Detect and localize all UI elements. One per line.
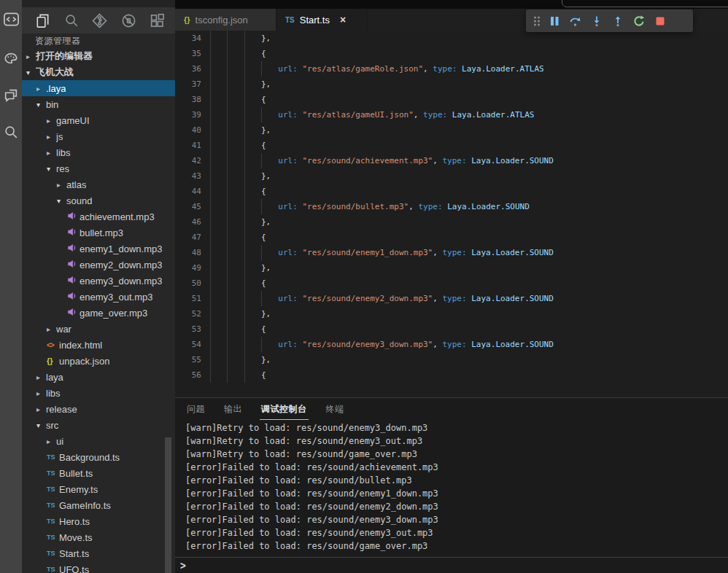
chevron-right-icon[interactable]: ▸ <box>36 85 46 93</box>
tab-start-ts[interactable]: TS Start.ts × <box>276 9 368 31</box>
tree-item-label: bin <box>46 99 58 110</box>
code-line-38: 38{ <box>175 92 728 107</box>
chevron-right-icon[interactable]: ▸ <box>57 181 66 189</box>
chevron-right-icon[interactable]: ▸ <box>47 149 56 157</box>
tree-item-libs[interactable]: ▸libs <box>22 385 175 401</box>
tree-item-label: release <box>46 404 77 415</box>
chevron-right-icon[interactable]: ▸ <box>36 389 46 397</box>
chevron-right-icon[interactable]: ▸ <box>26 52 36 61</box>
tree-item-label: Move.ts <box>59 532 93 543</box>
debug-disabled-icon[interactable] <box>119 11 138 30</box>
line-number: 41 <box>175 141 210 150</box>
editor-area: {} tsconfig.json TS Start.ts × 34},35{36… <box>175 0 728 573</box>
chevron-right-icon[interactable]: ▸ <box>36 373 46 381</box>
tree-item-bin[interactable]: ▾bin <box>22 96 175 112</box>
tree-item-atlas[interactable]: ▸atlas <box>22 176 175 192</box>
chevron-right-icon[interactable]: ▸ <box>47 133 56 141</box>
step-over-button[interactable] <box>565 12 586 31</box>
step-out-button[interactable] <box>607 12 628 31</box>
chat-icon[interactable] <box>2 86 20 104</box>
tree-item-飞机大战[interactable]: ▾飞机大战 <box>22 64 175 80</box>
tree-item-laya[interactable]: ▸laya <box>22 369 175 385</box>
chevron-right-icon[interactable]: ▸ <box>47 117 56 125</box>
drag-handle[interactable] <box>530 12 543 31</box>
code-editor[interactable]: 34},35{36url: "res/atlas/gameRole.json",… <box>175 31 728 397</box>
tree-item-unpack.json[interactable]: {}unpack.json <box>22 353 175 369</box>
restart-button[interactable] <box>628 12 649 31</box>
panel-tab-输出[interactable]: 输出 <box>222 399 244 419</box>
source-control-icon[interactable] <box>90 11 109 30</box>
panel-tab-问题[interactable]: 问题 <box>185 399 206 419</box>
tree-item-Start.ts[interactable]: TSStart.ts <box>22 545 175 561</box>
sidebar-scrollbar[interactable] <box>165 437 171 573</box>
line-number: 44 <box>175 187 210 196</box>
typescript-file-icon: TS <box>47 534 59 541</box>
chevron-right-icon[interactable]: ▸ <box>47 325 56 333</box>
tree-item-打开的编辑器[interactable]: ▸打开的编辑器 <box>22 48 175 64</box>
pause-button[interactable] <box>543 12 565 31</box>
tree-item-release[interactable]: ▸release <box>22 401 175 417</box>
tree-item-Bullet.ts[interactable]: TSBullet.ts <box>22 465 175 481</box>
tree-item-enemy3_down.mp3[interactable]: enemy3_down.mp3 <box>22 273 175 289</box>
tree-item-war[interactable]: ▸war <box>22 321 175 337</box>
tree-item-src[interactable]: ▾src <box>22 417 175 433</box>
line-number: 42 <box>175 156 210 165</box>
sound-file-icon <box>67 291 80 303</box>
sound-file-icon <box>67 307 80 319</box>
panel-tab-调试控制台[interactable]: 调试控制台 <box>260 399 309 420</box>
search-icon[interactable] <box>2 123 20 141</box>
console-line: [error]Failed to load: res/sound/bullet.… <box>185 474 728 487</box>
tree-item-label: Hero.ts <box>59 516 90 527</box>
tree-item-Background.ts[interactable]: TSBackground.ts <box>22 449 175 465</box>
tree-item-ui[interactable]: ▸ui <box>22 433 175 449</box>
console-line: [warn]Retry to load: res/sound/enemy3_do… <box>185 421 728 434</box>
chevron-down-icon[interactable]: ▾ <box>57 197 66 205</box>
explorer-icon[interactable] <box>33 11 52 30</box>
tree-item-index.html[interactable]: <>index.html <box>22 337 175 353</box>
panel-tab-终端[interactable]: 终端 <box>325 399 346 419</box>
tree-item-Move.ts[interactable]: TSMove.ts <box>22 529 175 545</box>
tree-item-enemy3_out.mp3[interactable]: enemy3_out.mp3 <box>22 289 175 305</box>
chevron-down-icon[interactable]: ▾ <box>36 101 46 109</box>
tree-item-js[interactable]: ▸js <box>22 128 175 144</box>
tree-item-label: libs <box>56 147 71 158</box>
step-into-button[interactable] <box>586 12 607 31</box>
tree-item-res[interactable]: ▾res <box>22 160 175 176</box>
tree-item-enemy1_down.mp3[interactable]: enemy1_down.mp3 <box>22 241 175 257</box>
stop-button[interactable] <box>649 12 670 31</box>
tab-tsconfig-json[interactable]: {} tsconfig.json <box>175 9 276 31</box>
tree-item-gameUI[interactable]: ▸gameUI <box>22 112 175 128</box>
tree-item-Enemy.ts[interactable]: TSEnemy.ts <box>22 481 175 497</box>
console-line: [error]Failed to load: res/sound/game_ov… <box>185 539 728 553</box>
tree-item-label: Background.ts <box>59 452 120 463</box>
code-window-icon[interactable] <box>2 10 20 28</box>
tree-item-bullet.mp3[interactable]: bullet.mp3 <box>22 225 175 241</box>
chevron-right-icon[interactable]: ▸ <box>36 405 46 413</box>
tree-item-game_over.mp3[interactable]: game_over.mp3 <box>22 305 175 321</box>
tree-item-enemy2_down.mp3[interactable]: enemy2_down.mp3 <box>22 257 175 273</box>
tree-item-sound[interactable]: ▾sound <box>22 192 175 208</box>
line-number: 36 <box>175 64 210 74</box>
tree-item-libs[interactable]: ▸libs <box>22 144 175 160</box>
tree-item-UFO.ts[interactable]: TSUFO.ts <box>22 561 175 573</box>
tree-item-achievement.mp3[interactable]: achievement.mp3 <box>22 208 175 225</box>
palette-icon[interactable] <box>2 50 20 68</box>
line-number: 45 <box>175 202 210 211</box>
search-icon[interactable] <box>62 11 81 30</box>
chevron-right-icon[interactable]: ▸ <box>47 437 56 445</box>
extensions-icon[interactable] <box>148 11 167 30</box>
debug-console-input[interactable]: > <box>175 557 728 573</box>
close-tab-icon[interactable]: × <box>340 14 346 26</box>
tree-item-Hero.ts[interactable]: TSHero.ts <box>22 513 175 529</box>
chevron-down-icon[interactable]: ▾ <box>47 165 56 173</box>
chevron-down-icon[interactable]: ▾ <box>26 69 36 77</box>
code-line-44: 44{ <box>175 184 728 199</box>
code-line-34: 34}, <box>175 31 728 46</box>
chevron-down-icon[interactable]: ▾ <box>36 421 46 429</box>
tree-item-label: index.html <box>59 340 102 351</box>
tree-item-GameInfo.ts[interactable]: TSGameInfo.ts <box>22 497 175 513</box>
tree-item-.laya[interactable]: ▸.laya <box>22 80 175 96</box>
code-line-50: 50{ <box>175 276 728 291</box>
line-number: 53 <box>175 324 210 334</box>
line-number: 35 <box>175 49 210 58</box>
